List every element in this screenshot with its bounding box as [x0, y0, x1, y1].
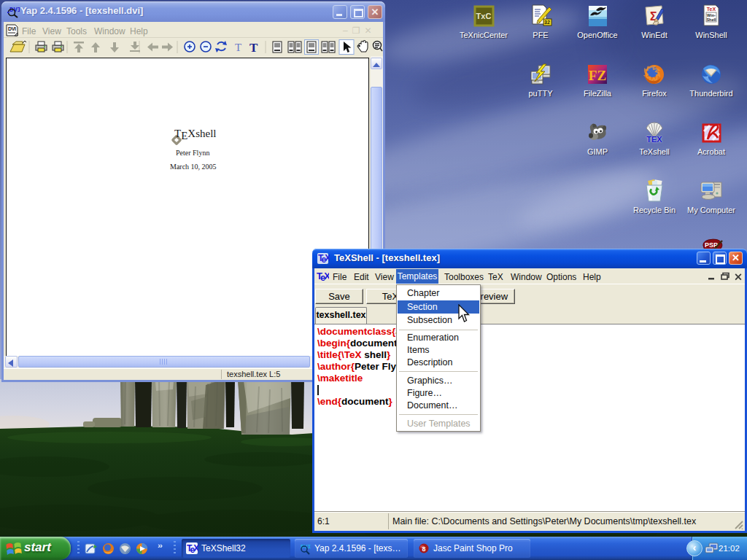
svg-text:T: T [235, 42, 241, 53]
svg-text:TxC: TxC [476, 12, 492, 20]
svg-text:TeX: TeX [317, 271, 329, 283]
svg-text:TEX: TEX [646, 135, 662, 144]
svg-text:DVI: DVI [8, 26, 16, 31]
svg-text:T: T [249, 41, 258, 55]
svg-text:TeX: TeX [187, 543, 198, 555]
svg-text:32: 32 [544, 20, 550, 25]
svg-text:TeX: TeX [707, 7, 716, 12]
svg-text:FZ: FZ [589, 68, 606, 83]
svg-text:Shell: Shell [706, 18, 716, 22]
svg-text:8: 8 [422, 545, 425, 553]
svg-text:TeX: TeX [318, 253, 330, 265]
